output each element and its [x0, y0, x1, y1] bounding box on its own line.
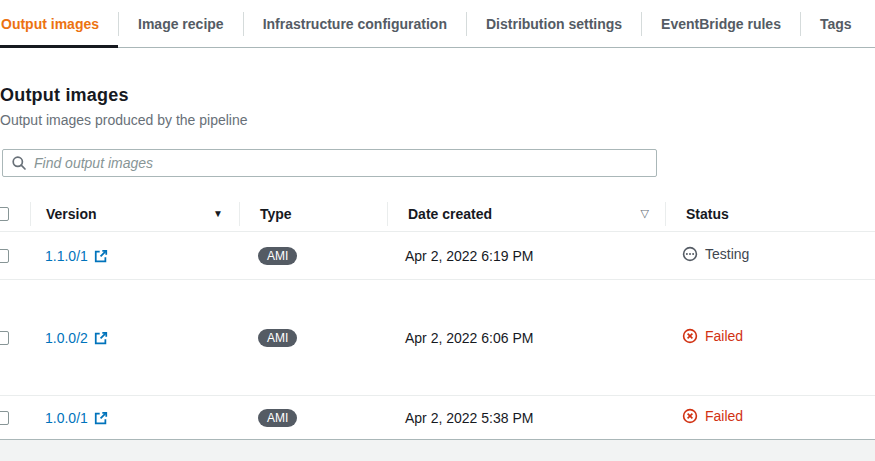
header-checkbox-cell	[0, 207, 30, 221]
version-text: 1.0.0/2	[45, 330, 88, 346]
status-text: Failed	[705, 408, 743, 424]
tab-tags[interactable]: Tags	[801, 0, 871, 47]
table-row: 1.0.0/1 AMI Apr 2, 2022 5:38 PM Faile	[0, 396, 875, 441]
tab-infrastructure-configuration[interactable]: Infrastructure configuration	[244, 0, 466, 47]
column-header-date-created[interactable]: Date created ▽	[388, 206, 665, 222]
row-checkbox[interactable]	[0, 411, 9, 425]
row-checkbox[interactable]	[0, 331, 9, 345]
error-icon	[682, 328, 698, 344]
tab-image-recipe[interactable]: Image recipe	[119, 0, 243, 47]
type-badge: AMI	[258, 247, 297, 265]
version-text: 1.1.0/1	[45, 248, 88, 264]
output-images-table: Version ▼ Type Date created ▽ Status 1.1…	[0, 196, 875, 441]
type-badge: AMI	[258, 409, 297, 427]
page-title: Output images	[0, 84, 875, 106]
status-text: Testing	[705, 246, 749, 262]
error-icon	[682, 408, 698, 424]
date-created: Apr 2, 2022 5:38 PM	[385, 410, 662, 426]
table-row: 1.0.0/2 AMI Apr 2, 2022 6:06 PM Faile	[0, 280, 875, 396]
tab-eventbridge-rules[interactable]: EventBridge rules	[642, 0, 800, 47]
date-created: Apr 2, 2022 6:19 PM	[385, 248, 662, 264]
tab-output-images[interactable]: Output images	[0, 0, 118, 47]
date-created: Apr 2, 2022 6:06 PM	[385, 330, 662, 346]
version-text: 1.0.0/1	[45, 410, 88, 426]
tab-distribution-settings[interactable]: Distribution settings	[467, 0, 641, 47]
column-label: Type	[260, 206, 292, 222]
table-row: 1.1.0/1 AMI Apr 2, 2022 6:19 PM	[0, 232, 875, 280]
column-label: Status	[686, 206, 729, 222]
external-link-icon[interactable]	[94, 411, 108, 425]
external-link-icon[interactable]	[94, 331, 108, 345]
search-input[interactable]	[34, 155, 648, 171]
page-description: Output images produced by the pipeline	[0, 110, 875, 130]
table-header-row: Version ▼ Type Date created ▽ Status	[0, 196, 875, 232]
column-label: Date created	[408, 206, 492, 222]
page-background-strip	[0, 440, 875, 461]
type-badge: AMI	[258, 329, 297, 347]
tab-bar: Output images Image recipe Infrastructur…	[0, 0, 875, 48]
column-label: Version	[46, 206, 97, 222]
version-link[interactable]: 1.0.0/1	[45, 410, 108, 426]
select-all-checkbox[interactable]	[0, 207, 9, 221]
sort-unsorted-icon: ▽	[641, 207, 649, 220]
version-link[interactable]: 1.0.0/2	[45, 330, 108, 346]
status-badge: Testing	[682, 246, 749, 262]
status-badge: Failed	[682, 328, 743, 344]
sort-descending-icon: ▼	[213, 208, 223, 219]
column-header-status: Status	[666, 206, 875, 222]
status-text: Failed	[705, 328, 743, 344]
column-header-version[interactable]: Version ▼	[31, 206, 239, 222]
status-badge: Failed	[682, 408, 743, 424]
version-link[interactable]: 1.1.0/1	[45, 248, 108, 264]
search-icon	[11, 155, 27, 171]
external-link-icon[interactable]	[94, 249, 108, 263]
search-box	[2, 149, 657, 177]
column-header-type: Type	[240, 206, 387, 222]
in-progress-icon	[682, 246, 698, 262]
row-checkbox[interactable]	[0, 249, 9, 263]
